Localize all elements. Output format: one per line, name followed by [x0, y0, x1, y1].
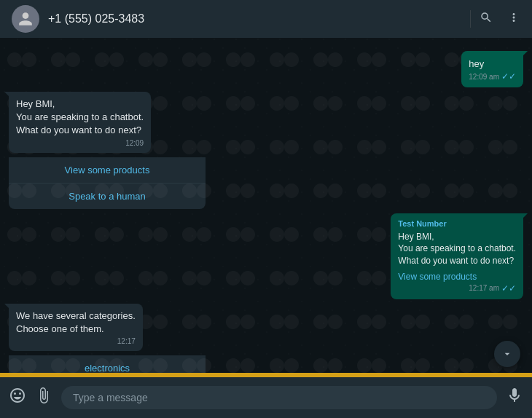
- more-options-icon[interactable]: [507, 11, 520, 28]
- avatar[interactable]: [12, 5, 39, 33]
- electronics-button[interactable]: electronics: [9, 355, 206, 373]
- input-bar: [0, 377, 532, 418]
- microphone-icon[interactable]: [506, 387, 523, 409]
- quoted-msg-time: 12:17 am ✓✓: [398, 283, 516, 293]
- header-icons: [480, 11, 520, 28]
- chat-header: +1 (555) 025-3483: [0, 0, 532, 38]
- header-divider: [470, 10, 471, 28]
- sent-time-hey: 12:09 am ✓✓: [469, 71, 516, 82]
- message-input[interactable]: [61, 386, 497, 409]
- quote-action: View some products: [398, 272, 516, 282]
- view-products-button[interactable]: View some products: [9, 157, 206, 183]
- sent-message-hey: hey 12:09 am ✓✓: [461, 51, 523, 87]
- categories-action-buttons: electronics: [9, 355, 206, 373]
- sent-text-hey: hey: [469, 58, 484, 69]
- received-categories-time: 12:17: [16, 337, 136, 345]
- received-chatbot-time: 12:09: [16, 139, 144, 147]
- quote-body: Hey BMI, You are speaking to a chatbot. …: [398, 231, 516, 267]
- quoted-check-icon: ✓✓: [501, 283, 516, 293]
- received-categories-text: We have several categories. Choose one o…: [16, 309, 136, 336]
- received-chatbot-msg: Hey BMI, You are speaking to a chatbot. …: [9, 92, 151, 153]
- contact-name: +1 (555) 025-3483: [48, 12, 461, 25]
- emoji-icon[interactable]: [9, 387, 26, 409]
- double-check-icon: ✓✓: [501, 71, 516, 82]
- speak-to-human-button[interactable]: Speak to a human: [9, 183, 206, 209]
- sent-quoted-message: Test Number Hey BMI, You are speaking to…: [391, 213, 523, 299]
- quote-header: Test Number: [398, 219, 516, 228]
- received-chatbot-text: Hey BMI, You are speaking to a chatbot. …: [16, 98, 144, 138]
- received-categories-msg: We have several categories. Choose one o…: [9, 304, 143, 351]
- search-icon[interactable]: [480, 11, 493, 28]
- chat-area: Мibea Cnjancko Стара Пазова ↗ Mom-N-Pop …: [0, 38, 532, 373]
- chatbot-action-buttons: View some products Speak to a human: [9, 157, 206, 209]
- attachment-icon[interactable]: [35, 387, 52, 409]
- scroll-down-button[interactable]: [494, 341, 520, 367]
